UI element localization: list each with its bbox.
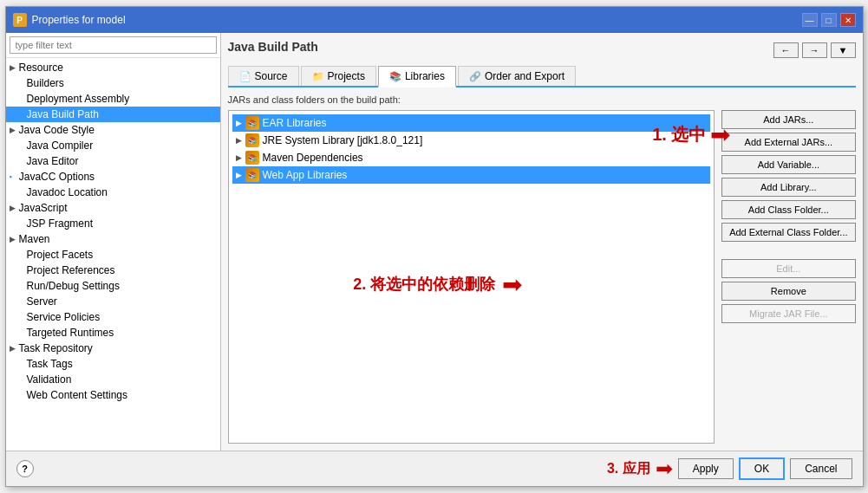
expand-arrow: ▶ [10,63,16,72]
tree-item-maven[interactable]: ▶ 📚 Maven Dependencies [232,149,711,166]
tree-item-webapp[interactable]: ▶ 📚 Web App Libraries [232,166,711,184]
lib-icon: 📚 [245,116,259,130]
tree-item-label: Maven Dependencies [263,152,363,164]
nav-forward-button[interactable]: → [802,42,827,58]
sidebar-item-java-editor[interactable]: Java Editor [6,153,220,169]
tab-label: Order and Export [485,70,565,82]
add-variable-button[interactable]: Add Variable... [721,155,855,174]
sidebar-item-builders[interactable]: Builders [6,75,220,91]
edit-button[interactable]: Edit... [721,259,855,278]
sidebar-item-label: Resource [19,62,63,74]
tab-libraries[interactable]: 📚 Libraries [378,66,456,88]
sidebar: ▶ Resource Builders Deployment Assembly … [6,33,221,451]
main-content: Java Build Path ← → ▼ 📄 Source 📁 Project… [221,33,863,451]
annotation-3-arrow: ➡ [656,457,673,481]
expand-arrow: ▶ [10,126,16,134]
sidebar-item-label: Service Policies [27,311,101,323]
expand-arrow: ▶ [10,204,16,212]
sidebar-item-run-debug[interactable]: Run/Debug Settings [6,278,220,294]
cancel-button[interactable]: Cancel [790,458,852,479]
filter-box [6,33,220,58]
properties-dialog: P Properties for model — □ ✕ ▶ Resource … [5,6,864,487]
maximize-button[interactable]: □ [821,13,837,27]
tree-item-jre[interactable]: ▶ 📚 JRE System Library [jdk1.8.0_121] [232,132,711,149]
sidebar-item-deployment-assembly[interactable]: Deployment Assembly [6,91,220,107]
sidebar-item-server[interactable]: Server [6,294,220,309]
content-area: ▶ 📚 EAR Libraries ▶ 📚 JRE System Library… [228,110,856,444]
sidebar-item-label: Java Build Path [27,108,99,120]
sidebar-item-jsp-fragment[interactable]: JSP Fragment [6,216,220,231]
apply-button[interactable]: Apply [678,458,734,479]
sidebar-item-resource[interactable]: ▶ Resource [6,60,220,75]
migrate-jar-button[interactable]: Migrate JAR File... [721,304,855,323]
right-buttons: Add JARs... Add External JARs... Add Var… [721,110,855,444]
sidebar-item-label: Targeted Runtimes [27,327,114,339]
sidebar-item-label: Run/Debug Settings [27,280,120,292]
sidebar-item-javascript[interactable]: ▶ JavaScript [6,200,220,216]
sidebar-item-label: JSP Fragment [27,217,93,230]
tab-label: Source [255,70,288,82]
dialog-title: Properties for model [32,14,126,26]
sidebar-item-java-build-path[interactable]: Java Build Path [6,107,220,122]
filter-input[interactable] [10,36,217,54]
title-bar: P Properties for model — □ ✕ [6,7,863,33]
ok-button[interactable]: OK [739,457,785,480]
left-panel: ▶ 📚 EAR Libraries ▶ 📚 JRE System Library… [228,110,715,444]
sidebar-item-javadoc-location[interactable]: Javadoc Location [6,185,220,200]
tab-projects[interactable]: 📁 Projects [301,66,376,86]
sidebar-item-label: Web Content Settings [27,389,128,401]
sidebar-item-label: Project References [27,264,115,276]
tab-order-export[interactable]: 🔗 Order and Export [458,66,576,86]
sidebar-item-javacc-options[interactable]: ▪ JavaCC Options [6,169,220,185]
sidebar-item-label: Java Code Style [19,124,95,136]
sidebar-item-validation[interactable]: Validation [6,372,220,387]
sidebar-item-label: Java Compiler [27,139,94,152]
sidebar-item-task-tags[interactable]: Task Tags [6,356,220,372]
add-jars-button[interactable]: Add JARs... [721,110,855,129]
sidebar-item-label: Java Editor [27,155,79,167]
sidebar-item-label: Task Tags [27,358,73,370]
tab-bar: 📄 Source 📁 Projects 📚 Libraries 🔗 Order … [228,66,856,88]
annotation-3-text: 3. 应用 [607,460,650,478]
tab-source[interactable]: 📄 Source [228,66,299,86]
sidebar-item-label: Project Facets [27,249,94,261]
library-tree[interactable]: ▶ 📚 EAR Libraries ▶ 📚 JRE System Library… [228,110,715,444]
expand-arrow: ▪ [10,172,12,181]
lib-icon: 📚 [245,133,259,147]
libraries-tab-icon: 📚 [389,71,401,82]
tree-expand-arrow: ▶ [236,171,242,179]
expand-arrow: ▶ [10,235,16,243]
help-button[interactable]: ? [16,460,34,477]
sidebar-item-maven[interactable]: ▶ Maven [6,231,220,247]
lib-icon: 📚 [245,168,259,182]
add-library-button[interactable]: Add Library... [721,178,855,197]
remove-button[interactable]: Remove [721,282,855,301]
add-class-folder-button[interactable]: Add Class Folder... [721,200,855,219]
close-button[interactable]: ✕ [840,13,856,27]
sidebar-item-label: Builders [27,77,64,89]
sidebar-item-task-repository[interactable]: ▶ Task Repository [6,341,220,356]
sidebar-item-java-code-style[interactable]: ▶ Java Code Style [6,122,220,138]
sidebar-item-label: Server [27,295,57,308]
tree-expand-arrow: ▶ [236,136,242,145]
nav-dropdown-button[interactable]: ▼ [831,42,856,58]
tree-item-ear[interactable]: ▶ 📚 EAR Libraries [232,114,711,132]
nav-back-button[interactable]: ← [773,42,799,58]
sidebar-item-project-references[interactable]: Project References [6,263,220,278]
tree-item-label: JRE System Library [jdk1.8.0_121] [263,134,423,146]
order-tab-icon: 🔗 [469,71,481,82]
source-tab-icon: 📄 [239,71,251,82]
add-external-jars-button[interactable]: Add External JARs... [721,133,855,152]
sidebar-item-targeted-runtimes[interactable]: Targeted Runtimes [6,325,220,341]
sidebar-item-java-compiler[interactable]: Java Compiler [6,138,220,153]
sidebar-item-web-content[interactable]: Web Content Settings [6,387,220,403]
sidebar-item-project-facets[interactable]: Project Facets [6,247,220,263]
sidebar-item-label: Javadoc Location [27,186,108,198]
sidebar-item-label: Maven [19,233,50,245]
sidebar-item-service-policies[interactable]: Service Policies [6,309,220,325]
dialog-icon: P [13,13,27,27]
minimize-button[interactable]: — [802,13,818,27]
tab-label: Libraries [405,70,445,82]
dialog-body: ▶ Resource Builders Deployment Assembly … [6,33,863,451]
add-external-class-folder-button[interactable]: Add External Class Folder... [721,223,855,242]
